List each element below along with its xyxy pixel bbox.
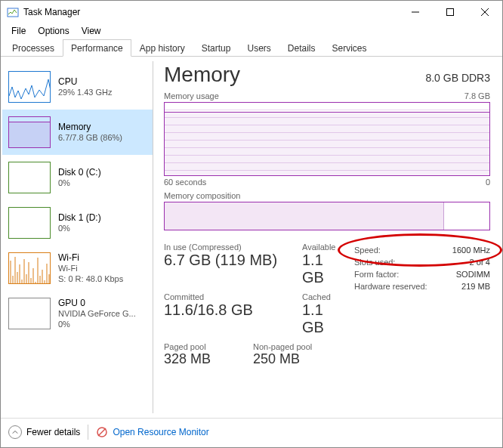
committed-label: Committed — [164, 292, 289, 301]
tab-app-history[interactable]: App history — [131, 39, 193, 57]
sidebar-wifi-sub2: S: 0 R: 48.0 Kbps — [58, 274, 123, 285]
sidebar-memory-title: Memory — [58, 122, 122, 133]
hw-key: Hardware reserved: — [354, 282, 427, 291]
nonpaged-value: 250 MB — [253, 351, 312, 367]
minimize-button[interactable] — [398, 1, 433, 23]
open-resource-monitor-label: Open Resource Monitor — [113, 427, 208, 437]
open-resource-monitor-link[interactable]: Open Resource Monitor — [96, 426, 208, 438]
memory-composition-chart[interactable] — [164, 202, 490, 230]
page-title: Memory — [164, 63, 240, 87]
task-manager-icon — [7, 6, 19, 18]
memory-usage-chart[interactable] — [164, 102, 490, 176]
svg-rect-2 — [447, 9, 454, 16]
sidebar-disk1-title: Disk 1 (D:) — [58, 212, 101, 224]
xaxis-right: 0 — [486, 178, 490, 187]
gpu-thumbnail — [8, 298, 51, 329]
speed-key: Speed: — [354, 246, 381, 255]
close-button[interactable] — [468, 1, 502, 23]
memory-capacity: 8.0 GB DDR3 — [425, 72, 490, 84]
tab-users[interactable]: Users — [239, 39, 279, 57]
sidebar-disk1-sub: 0% — [58, 224, 101, 234]
sidebar-item-memory[interactable]: Memory6.7/7.8 GB (86%) — [2, 110, 153, 155]
sidebar-item-gpu[interactable]: GPU 0NVIDIA GeForce G...0% — [2, 291, 153, 336]
svg-line-24 — [98, 428, 106, 436]
memory-thumbnail — [8, 116, 51, 148]
committed-value: 11.6/16.8 GB — [164, 301, 289, 319]
paged-value: 328 MB — [164, 351, 239, 367]
footer-separator — [88, 425, 88, 440]
chevron-up-icon — [8, 425, 22, 439]
menu-options[interactable]: Options — [32, 24, 75, 38]
usage-label: Memory usage — [164, 91, 219, 100]
sidebar-wifi-sub: Wi-Fi — [58, 264, 123, 274]
tab-services[interactable]: Services — [324, 39, 375, 57]
form-key: Form factor: — [354, 270, 399, 279]
wifi-thumbnail — [8, 252, 51, 284]
available-value: 1.1 GB — [302, 252, 341, 286]
nonpaged-label: Non-paged pool — [253, 342, 312, 351]
paged-label: Paged pool — [164, 342, 239, 351]
usage-max: 7.8 GB — [464, 91, 490, 100]
menu-view[interactable]: View — [76, 24, 107, 38]
sidebar-memory-sub: 6.7/7.8 GB (86%) — [58, 133, 122, 144]
sidebar-disk0-sub: 0% — [58, 178, 101, 189]
main-panel: Memory 8.0 GB DDR3 Memory usage 7.8 GB 6… — [158, 57, 502, 418]
composition-used — [165, 202, 444, 230]
xaxis-left: 60 seconds — [164, 178, 206, 187]
resource-monitor-icon — [96, 426, 108, 438]
sidebar-cpu-title: CPU — [58, 76, 113, 88]
disk1-thumbnail — [8, 207, 51, 239]
sidebar-item-cpu[interactable]: CPU29% 1.43 GHz — [2, 64, 153, 110]
sidebar-gpu-title: GPU 0 — [58, 298, 136, 309]
footer: Fewer details Open Resource Monitor — [1, 418, 502, 445]
fewer-details-label: Fewer details — [26, 427, 80, 437]
hw-value: 219 MB — [461, 282, 490, 291]
tab-startup[interactable]: Startup — [193, 39, 239, 57]
sidebar-item-disk1[interactable]: Disk 1 (D:)0% — [2, 200, 153, 246]
slots-value: 2 of 4 — [469, 258, 490, 267]
sidebar-disk0-title: Disk 0 (C:) — [58, 167, 101, 178]
cached-label: Cached — [302, 292, 341, 301]
available-label: Available — [302, 243, 341, 252]
fewer-details-button[interactable]: Fewer details — [8, 425, 80, 439]
stats-right: Speed:1600 MHz Slots used:2 of 4 Form fa… — [354, 244, 490, 373]
menubar: File Options View — [1, 23, 502, 39]
cpu-thumbnail — [8, 71, 51, 103]
tab-performance[interactable]: Performance — [63, 39, 131, 57]
maximize-button[interactable] — [433, 1, 468, 23]
slots-key: Slots used: — [354, 258, 395, 267]
sidebar-gpu-sub2: 0% — [58, 320, 136, 330]
sidebar: CPU29% 1.43 GHz Memory6.7/7.8 GB (86%) D… — [2, 61, 153, 413]
sidebar-item-wifi[interactable]: Wi-FiWi-FiS: 0 R: 48.0 Kbps — [2, 246, 153, 291]
sidebar-item-disk0[interactable]: Disk 0 (C:)0% — [2, 155, 153, 200]
sidebar-wifi-title: Wi-Fi — [58, 252, 123, 264]
window-title: Task Manager — [23, 7, 398, 17]
tab-processes[interactable]: Processes — [4, 39, 63, 57]
memory-usage-fill — [165, 112, 489, 175]
tab-details[interactable]: Details — [279, 39, 324, 57]
sidebar-gpu-sub: NVIDIA GeForce G... — [58, 309, 136, 320]
cached-value: 1.1 GB — [302, 301, 341, 336]
sidebar-cpu-sub: 29% 1.43 GHz — [58, 88, 113, 98]
window-controls — [398, 1, 502, 23]
speed-value: 1600 MHz — [452, 246, 490, 255]
in-use-label: In use (Compressed) — [164, 243, 289, 252]
in-use-value: 6.7 GB (119 MB) — [164, 252, 289, 269]
menu-file[interactable]: File — [5, 24, 32, 38]
stats-left: In use (Compressed) 6.7 GB (119 MB) Avai… — [164, 243, 354, 373]
form-value: SODIMM — [456, 270, 490, 279]
composition-label: Memory composition — [164, 191, 240, 200]
tab-strip: Processes Performance App history Startu… — [1, 39, 502, 57]
titlebar: Task Manager — [1, 1, 502, 23]
disk0-thumbnail — [8, 162, 51, 193]
